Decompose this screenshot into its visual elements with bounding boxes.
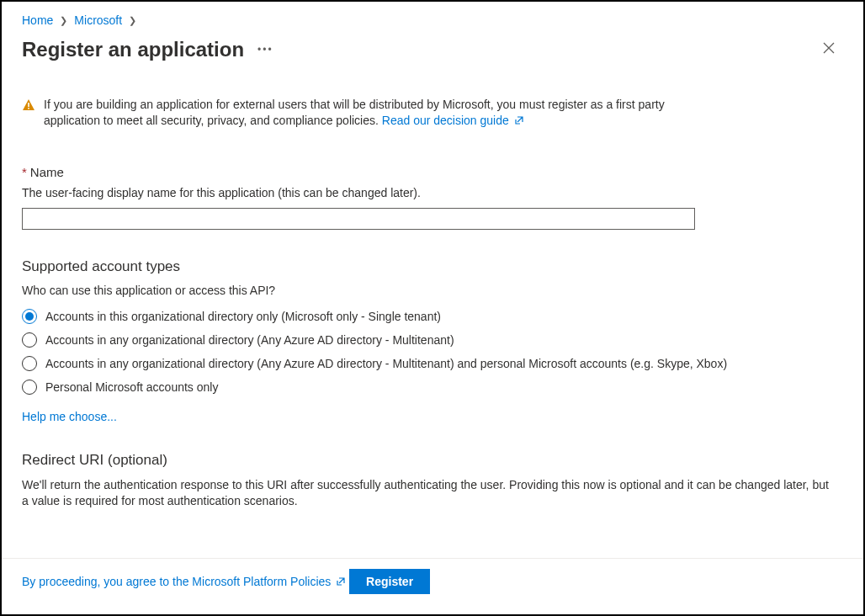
redirect-uri-title: Redirect URI (optional) bbox=[22, 452, 843, 469]
svg-rect-1 bbox=[28, 108, 29, 109]
form-scroll-area[interactable]: If you are building an application for e… bbox=[2, 73, 863, 558]
radio-icon bbox=[22, 332, 37, 348]
page-footer: By proceeding, you agree to the Microsof… bbox=[2, 558, 863, 614]
external-link-icon bbox=[336, 576, 346, 589]
info-banner: If you are building an application for e… bbox=[22, 73, 712, 136]
radio-multitenant[interactable]: Accounts in any organizational directory… bbox=[22, 332, 843, 348]
external-link-icon bbox=[514, 114, 524, 130]
breadcrumb-home[interactable]: Home bbox=[22, 13, 53, 27]
register-button[interactable]: Register bbox=[349, 569, 430, 594]
breadcrumb-microsoft[interactable]: Microsoft bbox=[74, 13, 122, 27]
help-me-choose-link[interactable]: Help me choose... bbox=[22, 410, 117, 423]
name-description: The user-facing display name for this ap… bbox=[22, 186, 843, 199]
breadcrumb: Home ❯ Microsoft ❯ bbox=[2, 2, 863, 30]
name-section: *Name The user-facing display name for t… bbox=[22, 165, 843, 230]
radio-label: Accounts in this organizational director… bbox=[45, 310, 441, 323]
decision-guide-link[interactable]: Read our decision guide bbox=[382, 114, 524, 127]
warning-icon bbox=[22, 98, 35, 130]
account-types-subtitle: Who can use this application or access t… bbox=[22, 284, 843, 297]
chevron-right-icon: ❯ bbox=[129, 15, 136, 26]
close-icon bbox=[823, 42, 835, 54]
radio-label: Accounts in any organizational directory… bbox=[45, 357, 727, 370]
radio-single-tenant[interactable]: Accounts in this organizational director… bbox=[22, 309, 843, 324]
account-types-section: Supported account types Who can use this… bbox=[22, 258, 843, 423]
radio-multitenant-personal[interactable]: Accounts in any organizational directory… bbox=[22, 356, 843, 371]
page-header: Register an application ••• bbox=[2, 30, 863, 73]
radio-label: Personal Microsoft accounts only bbox=[45, 380, 218, 394]
name-label: Name bbox=[30, 165, 64, 179]
platform-policies-link[interactable]: By proceeding, you agree to the Microsof… bbox=[22, 575, 346, 589]
svg-rect-0 bbox=[28, 103, 29, 107]
radio-icon bbox=[22, 356, 37, 371]
chevron-right-icon: ❯ bbox=[60, 15, 67, 26]
banner-text: If you are building an application for e… bbox=[44, 98, 665, 127]
account-types-title: Supported account types bbox=[22, 258, 843, 275]
page-title: Register an application bbox=[22, 38, 244, 61]
close-button[interactable] bbox=[815, 35, 843, 63]
required-indicator: * bbox=[22, 165, 27, 179]
redirect-uri-section: Redirect URI (optional) We'll return the… bbox=[22, 452, 843, 510]
more-options-button[interactable]: ••• bbox=[257, 44, 273, 56]
radio-icon bbox=[22, 309, 37, 324]
radio-icon bbox=[22, 380, 37, 395]
radio-label: Accounts in any organizational directory… bbox=[45, 333, 454, 347]
redirect-uri-description: We'll return the authentication response… bbox=[22, 477, 830, 510]
name-input[interactable] bbox=[22, 208, 695, 230]
radio-personal-only[interactable]: Personal Microsoft accounts only bbox=[22, 380, 843, 395]
